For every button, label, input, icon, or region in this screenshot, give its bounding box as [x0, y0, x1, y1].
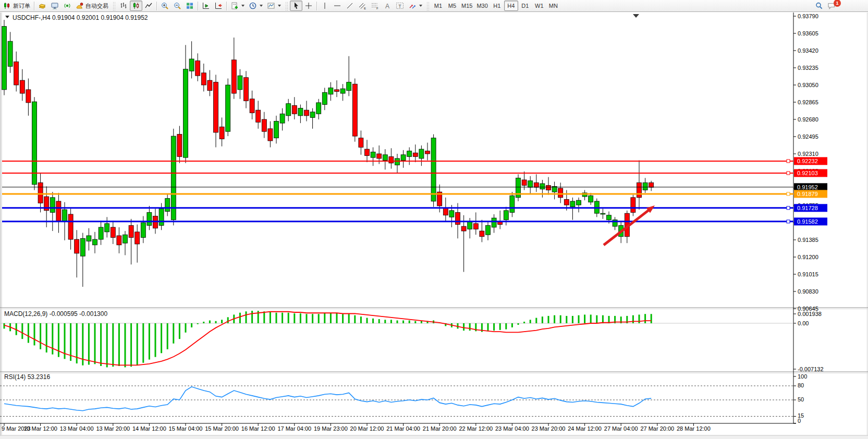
dropdown-caret-icon [278, 5, 281, 7]
market-watch-button[interactable] [36, 1, 48, 11]
candle-body [486, 225, 491, 235]
vertical-line-button[interactable] [319, 1, 331, 11]
crosshair-button[interactable] [302, 1, 315, 11]
candle-body [214, 82, 218, 132]
candle-body [231, 60, 236, 93]
candle-body [564, 199, 569, 205]
tile-windows-button[interactable] [184, 1, 196, 11]
text-button[interactable]: A [381, 1, 394, 11]
candle-body [468, 222, 472, 229]
candle-body [546, 186, 551, 190]
time-tick-label: 19 Mar 23:00 [314, 425, 348, 432]
toolbar-drag-handle[interactable] [426, 2, 429, 10]
periods-button[interactable] [247, 1, 265, 11]
terminal-button[interactable] [48, 1, 61, 11]
candle-body [401, 155, 406, 161]
timeframe-button-m15[interactable]: M15 [459, 1, 474, 11]
candle-body [389, 156, 394, 163]
candle-body [26, 90, 31, 103]
text-glyph: A [385, 3, 389, 10]
line-chart-button[interactable] [142, 1, 155, 11]
new-order-label: 新订单 [13, 2, 30, 10]
timeframe-button-d1[interactable]: D1 [518, 1, 532, 11]
auto-trading-button[interactable]: 自动交易 [74, 1, 111, 11]
bar-chart-icon [119, 2, 128, 10]
candle-body [407, 151, 412, 157]
new-order-button[interactable]: 新订单 [1, 1, 32, 11]
candle-body [492, 218, 496, 227]
toolbar: 新订单 自动交易 [0, 0, 868, 12]
signals-button[interactable] [61, 1, 74, 11]
timeframe-button-h1[interactable]: H1 [490, 1, 504, 11]
candle-body [570, 201, 575, 207]
candle-body [111, 227, 115, 238]
level-line-handle[interactable] [787, 192, 790, 196]
price-tick-label: 0.92310 [798, 151, 818, 157]
chart-canvas[interactable]: USDCHF-,H4 0.91904 0.92001 0.91904 0.919… [0, 13, 868, 439]
price-tick-label: 0.91015 [798, 271, 818, 277]
new-order-icon [3, 2, 11, 10]
candle-body [607, 215, 612, 220]
candle-body [431, 138, 436, 201]
zoom-out-button[interactable] [171, 1, 184, 11]
toolbar-drag-handle[interactable] [285, 2, 288, 10]
terminal-icon [51, 2, 59, 10]
notifications-button[interactable]: 1 [825, 1, 838, 11]
level-line-handle[interactable] [787, 160, 790, 163]
text-label-button[interactable]: T [394, 1, 406, 11]
candle-body [292, 105, 297, 114]
candle-body [75, 239, 79, 253]
chart-shift-icon [214, 2, 223, 10]
zoom-in-button[interactable] [158, 1, 171, 11]
time-tick-label: 28 Mar 12:00 [677, 425, 711, 432]
bar-chart-button[interactable] [117, 1, 130, 11]
cursor-icon [292, 2, 300, 10]
text-icon: A [383, 2, 392, 10]
candle-body [310, 112, 315, 118]
rsi-scale-label: 100 [798, 373, 807, 380]
candle-body [195, 61, 200, 76]
level-line-handle[interactable] [787, 206, 790, 210]
trendline-button[interactable] [344, 1, 356, 11]
candlestick-chart-button[interactable] [130, 1, 142, 11]
candle-body [637, 182, 642, 198]
search-icon [815, 2, 823, 10]
time-tick-label: 13 Mar 20:00 [96, 425, 130, 432]
timeframe-button-mn[interactable]: MN [546, 1, 560, 11]
time-tick-label: 14 Mar 12:00 [132, 425, 166, 432]
chart-shift-button[interactable] [212, 1, 225, 11]
auto-scroll-button[interactable] [200, 1, 212, 11]
timeframe-button-m30[interactable]: M30 [474, 1, 490, 11]
equidistant-channel-button[interactable]: E [356, 1, 369, 11]
candle-body [643, 182, 647, 190]
timeframe-button-m1[interactable]: M1 [431, 1, 445, 11]
candle-body [189, 59, 194, 71]
symbol-dropdown-icon[interactable] [5, 16, 9, 18]
chart-shift-marker[interactable] [633, 14, 639, 18]
candle-body [184, 69, 188, 157]
arrows-button[interactable] [406, 1, 424, 11]
indicators-button[interactable] [228, 1, 247, 11]
level-line-handle[interactable] [787, 220, 790, 223]
candle-body [80, 238, 85, 256]
timeframe-button-m5[interactable]: M5 [445, 1, 459, 11]
price-tick-label: 0.92495 [798, 133, 818, 140]
horizontal-line-button[interactable] [331, 1, 344, 11]
candle-body [425, 151, 430, 154]
candle-body [219, 127, 224, 139]
candle-body [298, 108, 303, 116]
price-tick-label: 0.91200 [798, 254, 818, 260]
level-line-handle[interactable] [787, 172, 790, 175]
search-button[interactable] [813, 1, 825, 11]
candle-body [419, 149, 424, 158]
timeframe-button-h4[interactable]: H4 [504, 1, 518, 11]
templates-button[interactable] [265, 1, 283, 11]
candle-body [159, 209, 164, 225]
timeframe-button-w1[interactable]: W1 [532, 1, 546, 11]
notification-badge: 1 [834, 0, 841, 7]
dropdown-caret-icon [419, 5, 422, 7]
timeframe-group: M1M5M15M30H1H4D1W1MN [431, 1, 560, 11]
toolbar-drag-handle[interactable] [113, 2, 115, 10]
fibonacci-button[interactable]: F [369, 1, 381, 11]
cursor-button[interactable] [290, 1, 302, 11]
